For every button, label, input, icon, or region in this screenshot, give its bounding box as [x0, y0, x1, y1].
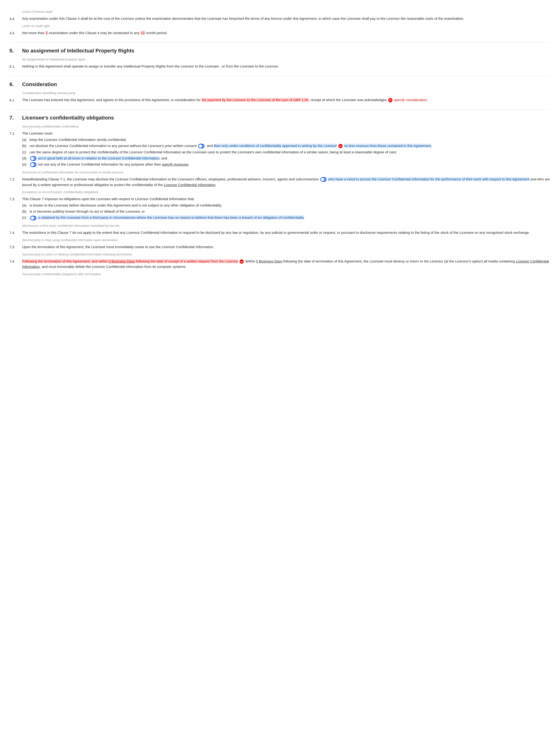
or-badge-b: or — [338, 144, 342, 148]
toggle-b[interactable] — [198, 144, 204, 148]
limits-on-audit-right-label: Limits on audit right — [9, 24, 551, 29]
clause-7-3-list: (a) is known to the Licensee before disc… — [22, 202, 551, 220]
list-item: (c) is obtained by the Licensee from a t… — [22, 215, 551, 220]
5-business-days-1: 5 Business Days — [109, 259, 135, 263]
list-item: (a) is known to the Licensee before disc… — [22, 202, 551, 208]
sub-letter-e: (e) — [22, 162, 28, 167]
7-6-highlight1: Following the termination of this Agreem… — [22, 259, 238, 263]
section-7-num: 7. — [9, 114, 18, 122]
clause-7-5-body: Upon the termination of this Agreement, … — [22, 244, 551, 250]
or-badge-7-6: or — [240, 260, 244, 264]
clause-7-4: 7.4 The restrictions in this Clause 7 do… — [9, 230, 551, 236]
toggle-d[interactable] — [30, 156, 36, 161]
sub-letter-b: (b) — [22, 143, 28, 148]
clause-7-2-num: 7.2 — [9, 176, 22, 187]
list-item: (c) use the same degree of care to prote… — [22, 149, 551, 155]
7-3-b: is or becomes publicly known through no … — [30, 208, 145, 214]
clause-7-1-num: 7.1 — [9, 131, 22, 168]
b-highlight2: no less onerous than those contained in … — [344, 144, 431, 148]
toggle-7-2[interactable] — [320, 177, 326, 182]
second-party-conf-label: Second party confidentiality undertaking — [22, 124, 551, 129]
clause-7-3: 7.3 This Clause 7 imposes no obligations… — [9, 196, 551, 221]
clause-7-3-body: This Clause 7 imposes no obligations upo… — [22, 196, 551, 221]
sub-letter-d: (d) — [22, 155, 28, 161]
section-7-heading: 7. Licensee's confidentiality obligation… — [9, 109, 551, 122]
clause-4-4: 4.4 Any examination under this Clause 4 … — [9, 16, 551, 21]
list-item: (b) not disclose the Licensor Confidenti… — [22, 143, 551, 148]
disclosure-conf-label: Disclosure of confidential information b… — [22, 170, 551, 175]
clause-6-1-body: The Licensee has entered into this Agree… — [22, 97, 551, 103]
7-3-c: is obtained by the Licensee from a third… — [30, 215, 305, 220]
clause-7-2-body: Notwithstanding Clause 7.1, the Licensee… — [22, 176, 551, 187]
sub-letter-a: (a) — [22, 137, 28, 142]
list-item: (d) act in good faith at all times in re… — [22, 155, 551, 161]
section-6-heading: 6. Consideration — [9, 76, 551, 89]
clause-7-1-body: The Licensee must: (a) keep the Licensor… — [22, 131, 551, 168]
section-6-title: Consideration — [22, 81, 57, 89]
return-destroy-label: Second party to return or destroy confid… — [22, 252, 551, 257]
clause-4-5-body: Not more than 1 examination under this C… — [22, 30, 551, 36]
7-3-a: is known to the Licensee before disclosu… — [30, 202, 222, 208]
clause-7-6-body: Following the termination of this Agreem… — [22, 259, 551, 270]
consid-highlight: the payment by the Licensor to the Licen… — [202, 98, 308, 102]
clause-7-1-list: (a) keep the Licensor Confidential Infor… — [22, 137, 551, 167]
clause-5-1: 5.1 Nothing in this Agreement shall oper… — [9, 63, 551, 69]
num-1: 1 — [45, 31, 48, 35]
section-5-title: No assignment of Intellectual Property R… — [22, 47, 134, 55]
num-12: 12 — [140, 31, 145, 35]
clause-4-4-body: Any examination under this Clause 4 shal… — [22, 16, 551, 21]
d-highlight: act in good faith at all times in relati… — [38, 156, 159, 160]
section-7-title: Licensee's confidentiality obligations — [22, 114, 114, 122]
costs-of-licence-audit-label: Costs of licence audit — [9, 9, 551, 14]
clause-7-1-intro: The Licensee must: — [22, 131, 53, 135]
sub-letter-b2: (b) — [22, 208, 28, 214]
or-badge-6-1: or — [388, 98, 393, 102]
toggle-e[interactable] — [30, 162, 36, 167]
clause-6-1-num: 6.1 — [9, 97, 22, 103]
clause-7-4-num: 7.4 — [9, 230, 22, 236]
clause-7-5-num: 7.5 — [9, 244, 22, 250]
clause-4-5: 4.5 Not more than 1 examination under th… — [9, 30, 551, 36]
clause-7-1: 7.1 The Licensee must: (a) keep the Lice… — [9, 131, 551, 168]
clause-7-6: 7.6 Following the termination of this Ag… — [9, 259, 551, 270]
stop-using-label: Second party to stop using confidential … — [22, 238, 551, 243]
specify-consid: specify consideration — [394, 98, 427, 102]
section-5-num: 5. — [9, 47, 18, 55]
clause-4-5-num: 4.5 — [9, 30, 22, 36]
7-3-c-highlight: is obtained by the Licensee from a third… — [38, 215, 304, 219]
item-e-text: not use any of the Licensor Confidential… — [30, 162, 189, 167]
sub-letter-c: (c) — [22, 149, 28, 155]
sub-letter-a2: (a) — [22, 202, 28, 208]
clause-7-5: 7.5 Upon the termination of this Agreeme… — [9, 244, 551, 250]
item-b-text: not disclose the Licensor Confidential I… — [30, 143, 432, 148]
list-item: (a) keep the Licensor Confidential Infor… — [22, 137, 551, 142]
sub-letter-c2: (c) — [22, 215, 28, 220]
7-2-underline: Licensor Confidential Information — [164, 183, 215, 187]
5-business-days-2: 5 Business Days — [256, 259, 282, 263]
7-2-highlight: who have a need to access the Licensor C… — [328, 177, 529, 181]
item-c-text: use the same degree of care to protect t… — [30, 149, 397, 155]
section-5-heading: 5. No assignment of Intellectual Propert… — [9, 42, 551, 55]
toggle-7-3-c[interactable] — [30, 216, 36, 220]
specify-purposes: specify purposes — [162, 162, 188, 166]
clause-7-2: 7.2 Notwithstanding Clause 7.1, the Lice… — [9, 176, 551, 187]
clause-7-4-body: The restrictions in this Clause 7 do not… — [22, 230, 551, 236]
clause-7-6-num: 7.6 — [9, 259, 22, 270]
after-termination-label: Second party confidentiality obligations… — [22, 272, 551, 277]
clause-5-1-body: Nothing in this Agreement shall operate … — [22, 63, 551, 69]
clause-5-1-num: 5.1 — [9, 63, 22, 69]
clause-7-3-intro: This Clause 7 imposes no obligations upo… — [22, 197, 194, 201]
list-item: (e) not use any of the Licensor Confiden… — [22, 162, 551, 167]
section-6-num: 6. — [9, 81, 18, 89]
item-d-text: act in good faith at all times in relati… — [30, 155, 167, 161]
disclosures-first-label: Disclosures of first party confidential … — [22, 224, 551, 229]
no-assign-label: No assignments of intellectual property … — [22, 57, 551, 62]
b-highlight: then only under conditions of confidenti… — [214, 144, 337, 148]
clause-7-3-num: 7.3 — [9, 196, 22, 221]
consid-label: Consideration benefiting second party — [22, 91, 551, 96]
clause-4-4-num: 4.4 — [9, 16, 22, 21]
list-item: (b) is or becomes publicly known through… — [22, 208, 551, 214]
clause-6-1: 6.1 The Licensee has entered into this A… — [9, 97, 551, 103]
exceptions-label: Exceptions to second party's confidentia… — [22, 190, 551, 195]
item-a-text: keep the Licensor Confidential Informati… — [30, 137, 127, 142]
